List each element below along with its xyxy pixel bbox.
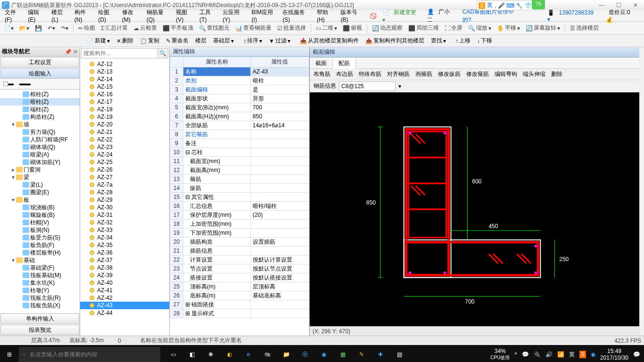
tray-sogou[interactable]: S — [579, 351, 586, 358]
list-item[interactable]: AZ-12 — [80, 60, 169, 68]
tree-node[interactable]: ▸门窗洞 — [0, 166, 80, 173]
tree-node[interactable]: 现浇板(B) — [0, 204, 80, 211]
tree-node[interactable]: 柱墩(Y) — [0, 287, 80, 294]
list-item[interactable]: AZ-43 — [80, 302, 169, 309]
orbit[interactable]: 🔄 动态观察 — [370, 24, 405, 33]
list-item[interactable]: AZ-28 — [80, 189, 169, 196]
tray-wifi[interactable]: 📶 — [557, 351, 564, 358]
tree-node[interactable]: 基础梁(F) — [0, 264, 80, 272]
beans[interactable]: 造价豆:0 💰 — [603, 8, 642, 24]
batch-select[interactable]: ☑ 批量选择 — [275, 24, 308, 33]
list-item[interactable]: AZ-42 — [80, 294, 169, 302]
rotate[interactable]: 🔄 屏幕旋转 ▾ — [524, 24, 562, 33]
tree-node[interactable]: 柱帽(V) — [0, 219, 80, 226]
list-item[interactable]: AZ-18 — [80, 106, 169, 113]
fullscreen[interactable]: ⛶ 全屏 — [443, 24, 464, 33]
menu-bim[interactable]: BIM应用(I) — [249, 8, 280, 24]
tree-node[interactable]: ▾板 — [0, 196, 80, 204]
copy-comp[interactable]: 📋 复制 — [138, 36, 161, 45]
floor-sel[interactable]: 楼层 — [193, 36, 208, 45]
top-view[interactable]: ⬛ 俯视 — [341, 24, 364, 33]
section-tool[interactable]: 修改纵筋 — [438, 70, 461, 78]
tree-node[interactable]: 剪力墙(Q) — [0, 128, 80, 136]
component-list[interactable]: AZ-12AZ-13AZ-14AZ-15AZ-16AZ-17AZ-18AZ-19… — [80, 59, 169, 336]
tree-node[interactable]: 板负筋(F) — [0, 241, 80, 249]
view-mode[interactable]: ▭ 二维 ▾ — [314, 24, 339, 33]
tree-node[interactable]: 筏板主筋(R) — [0, 294, 80, 302]
tray-net[interactable]: 💬 — [522, 351, 529, 358]
task-store[interactable]: 🛍 — [258, 345, 276, 362]
list-item[interactable]: AZ-20 — [80, 121, 169, 128]
task-app4[interactable]: ◉ — [315, 345, 333, 362]
tree-node[interactable]: 砌体加筋(Y) — [0, 158, 80, 166]
tray-up[interactable]: ^ — [514, 351, 517, 358]
select-floor[interactable]: ☰ 选择楼层 — [568, 24, 601, 33]
tree-node[interactable]: 圈梁(E) — [0, 189, 80, 196]
section-tool[interactable]: 修改箍筋 — [466, 70, 489, 78]
tree-node[interactable]: 楼层板带(H) — [0, 249, 80, 256]
redo[interactable]: ↷▾ — [59, 25, 70, 32]
menu-cloud[interactable]: 云应用(Y) — [220, 8, 248, 24]
section-tool[interactable]: 布边筋 — [336, 70, 353, 78]
nav-tab1[interactable]: ⬚▬ — [0, 79, 17, 89]
tree-node[interactable]: 板洞(N) — [0, 226, 80, 234]
list-item[interactable]: AZ-13 — [80, 68, 169, 75]
list-item[interactable]: AZ-34 — [80, 234, 169, 241]
sort[interactable]: ↕ 排序 ▾ — [241, 36, 264, 45]
list-item[interactable]: AZ-25 — [80, 158, 169, 166]
filter[interactable]: ▼ 过滤 ▾ — [267, 36, 292, 45]
save[interactable]: 💾 — [33, 25, 44, 32]
menu-component[interactable]: 构件(N) — [72, 8, 96, 24]
tab-section[interactable]: 截面 — [310, 58, 333, 68]
sum-btn[interactable]: Σ 汇总计算 — [99, 24, 130, 33]
search-button[interactable]: 🔍 — [158, 48, 168, 58]
list-item[interactable]: AZ-30 — [80, 204, 169, 211]
section-canvas[interactable]: 850 700 600 450 250 (X: 296 Y: 470) — [310, 92, 639, 336]
tree-node[interactable]: ▾基础 — [0, 256, 80, 264]
list-item[interactable]: AZ-31 — [80, 211, 169, 219]
cloud-check[interactable]: ☁ 云检查 — [132, 24, 159, 33]
nav-single[interactable]: 单构件输入 — [0, 313, 79, 324]
base-floor[interactable]: 基础层 ▾ — [211, 36, 236, 45]
section-tool[interactable]: 删除 — [551, 70, 562, 78]
tray-vol[interactable]: 🔊 — [545, 351, 553, 358]
prop-grid[interactable]: 属性名称属性值 1名称AZ-432类别暗柱3截面编辑是4截面形状异形5截面宽(B… — [170, 57, 309, 336]
find-element[interactable]: 🔍 查找图元 — [197, 24, 231, 33]
task-app5[interactable]: ✎ — [353, 345, 371, 362]
tree-node[interactable]: 人防门框墙(RF — [0, 136, 80, 143]
menu-file[interactable]: 文件(F) — [2, 8, 25, 24]
find[interactable]: 查找 ▾ — [429, 36, 448, 45]
view-rebar[interactable]: 📊 查看钢筋量 — [233, 24, 273, 33]
list-item[interactable]: AZ-19 — [80, 113, 169, 121]
nav-tab2[interactable]: ▬▬ — [17, 79, 33, 89]
list-item[interactable]: AZ-21 — [80, 128, 169, 136]
task-edge[interactable]: e — [239, 345, 257, 362]
list-item[interactable]: AZ-15 — [80, 83, 169, 90]
zoom[interactable]: 🔍 缩放 ▾ — [466, 24, 493, 33]
task-app6[interactable]: ▤ — [390, 345, 408, 362]
task-app2[interactable]: ❋ — [202, 345, 220, 362]
list-item[interactable]: AZ-16 — [80, 90, 169, 98]
list-item[interactable]: AZ-38 — [80, 264, 169, 272]
pan[interactable]: ✋ 平移 ▾ — [495, 24, 522, 33]
menu-draw[interactable]: 绘图(D) — [95, 8, 119, 24]
tray-app[interactable]: ◉ — [591, 351, 595, 358]
tree-node[interactable]: ▾梁 — [0, 173, 80, 181]
phone[interactable]: 📱 13907298339 ▾ — [545, 8, 600, 24]
nav-draw[interactable]: 绘图输入 — [0, 68, 79, 79]
start-button[interactable]: ⊞ — [0, 345, 19, 362]
section-tool[interactable]: 端头伸缩 — [523, 70, 545, 78]
new-change[interactable]: 📄 新建变更 ▾ — [380, 8, 424, 24]
menu-floor[interactable]: 楼层(L) — [49, 8, 72, 24]
list-item[interactable]: AZ-7a — [80, 181, 169, 189]
menu-edit[interactable]: 编辑(E) — [25, 8, 49, 24]
local-3d[interactable]: ⬛ 局部三维 — [406, 24, 441, 33]
tree-node[interactable]: 砌体墙(Q) — [0, 143, 80, 151]
section-tool[interactable]: 对齐钢筋 — [387, 70, 410, 78]
list-item[interactable]: AZ-27 — [80, 173, 169, 181]
tray-power[interactable]: 🔌 — [534, 351, 541, 358]
nav-settings[interactable]: 工程设置 — [0, 57, 79, 67]
rebar-info-input[interactable] — [339, 82, 396, 91]
task-folder[interactable]: 📁 — [277, 345, 295, 362]
level-top[interactable]: ⬛ 平齐板顶 — [161, 24, 195, 33]
